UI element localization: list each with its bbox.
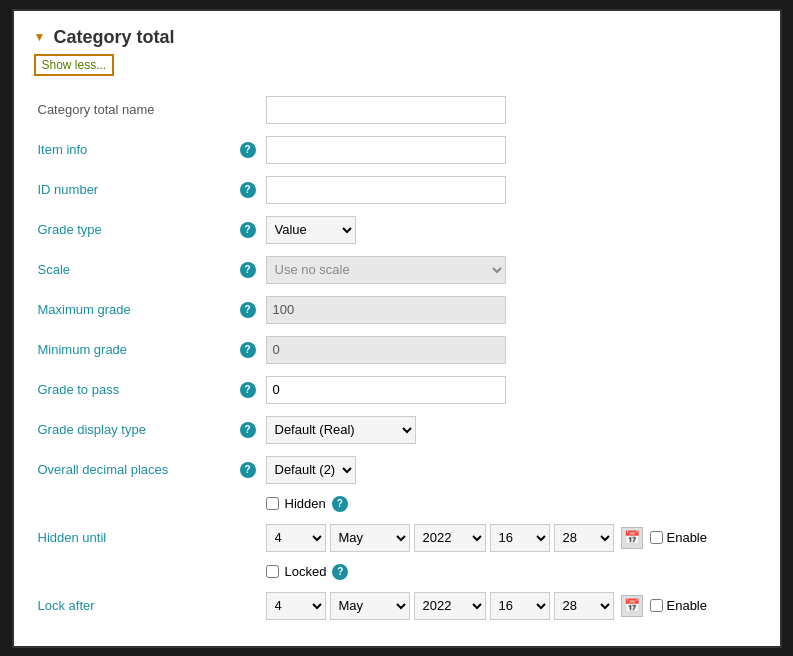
lock-after-enable-label: Enable [667,598,707,613]
grade-display-type-help-icon[interactable]: ? [240,422,256,438]
locked-checkbox-row: Locked ? [34,558,760,586]
category-total-name-input[interactable] [266,96,506,124]
id-number-row: ID number ? [34,170,760,210]
hidden-help-icon[interactable]: ? [332,496,348,512]
category-total-name-input-cell [262,90,760,130]
maximum-grade-label: Maximum grade [34,290,234,330]
hidden-checkbox-text: Hidden [285,496,326,511]
hidden-until-enable-row: Enable [650,530,707,545]
id-number-input-cell [262,170,760,210]
hidden-checkbox-help-empty [234,490,262,518]
lock-after-input-cell: 4 May 2022 16 28 [262,586,760,626]
locked-checkbox-text: Locked [285,564,327,579]
id-number-help-icon[interactable]: ? [240,182,256,198]
hidden-until-input-cell: 4 May 2022 16 28 [262,518,760,558]
minimum-grade-input-cell [262,330,760,370]
hidden-checkbox-container: Hidden ? [266,496,756,512]
hidden-checkbox-row: Hidden ? [34,490,760,518]
scale-help-icon[interactable]: ? [240,262,256,278]
lock-after-label: Lock after [34,586,234,626]
overall-decimal-places-row: Overall decimal places ? Default (2) 0 1… [34,450,760,490]
scale-select[interactable]: Use no scale [266,256,506,284]
minimum-grade-row: Minimum grade ? [34,330,760,370]
lock-after-month[interactable]: May [330,592,410,620]
item-info-input[interactable] [266,136,506,164]
overall-decimal-places-help-icon[interactable]: ? [240,462,256,478]
section-header: ▼ Category total [34,27,760,48]
id-number-label: ID number [34,170,234,210]
scale-row: Scale ? Use no scale [34,250,760,290]
lock-after-day[interactable]: 4 [266,592,326,620]
id-number-help-cell: ? [234,170,262,210]
hidden-until-day[interactable]: 4 [266,524,326,552]
hidden-until-calendar-icon[interactable]: 📅 [621,527,643,549]
grade-to-pass-help-icon[interactable]: ? [240,382,256,398]
hidden-until-help-cell [234,518,262,558]
maximum-grade-help-cell: ? [234,290,262,330]
grade-type-input-cell: Value Scale Text None [262,210,760,250]
hidden-until-month[interactable]: May [330,524,410,552]
id-number-input[interactable] [266,176,506,204]
category-total-name-label: Category total name [34,90,234,130]
hidden-until-minute[interactable]: 28 [554,524,614,552]
grade-type-row: Grade type ? Value Scale Text None [34,210,760,250]
lock-after-minute[interactable]: 28 [554,592,614,620]
lock-after-calendar-icon[interactable]: 📅 [621,595,643,617]
lock-after-enable-checkbox[interactable] [650,599,663,612]
hidden-checkbox-label-empty [34,490,234,518]
overall-decimal-places-select[interactable]: Default (2) 0 1 2 3 4 5 [266,456,356,484]
show-less-container: Show less... [34,54,760,90]
item-info-input-cell [262,130,760,170]
maximum-grade-help-icon[interactable]: ? [240,302,256,318]
grade-type-help-icon[interactable]: ? [240,222,256,238]
lock-after-datetime: 4 May 2022 16 28 [266,592,756,620]
locked-checkbox-label-empty [34,558,234,586]
lock-after-year[interactable]: 2022 [414,592,486,620]
grade-display-type-label: Grade display type [34,410,234,450]
scale-input-cell: Use no scale [262,250,760,290]
grade-to-pass-input-cell [262,370,760,410]
category-total-name-help-cell [234,90,262,130]
locked-checkbox-input-cell: Locked ? [262,558,760,586]
minimum-grade-label: Minimum grade [34,330,234,370]
category-total-name-row: Category total name [34,90,760,130]
grade-to-pass-row: Grade to pass ? [34,370,760,410]
locked-checkbox-help-empty [234,558,262,586]
lock-after-enable-row: Enable [650,598,707,613]
maximum-grade-input[interactable] [266,296,506,324]
hidden-checkbox[interactable] [266,497,279,510]
hidden-until-hour[interactable]: 16 [490,524,550,552]
overall-decimal-places-help-cell: ? [234,450,262,490]
overall-decimal-places-label: Overall decimal places [34,450,234,490]
show-less-button[interactable]: Show less... [34,54,115,76]
scale-help-cell: ? [234,250,262,290]
grade-to-pass-input[interactable] [266,376,506,404]
hidden-until-enable-checkbox[interactable] [650,531,663,544]
grade-type-label: Grade type [34,210,234,250]
item-info-help-icon[interactable]: ? [240,142,256,158]
locked-checkbox[interactable] [266,565,279,578]
hidden-until-enable-label: Enable [667,530,707,545]
lock-after-help-cell [234,586,262,626]
grade-display-type-select[interactable]: Default (Real) Real Percentage Letter [266,416,416,444]
hidden-until-label: Hidden until [34,518,234,558]
grade-type-select[interactable]: Value Scale Text None [266,216,356,244]
hidden-until-year[interactable]: 2022 [414,524,486,552]
collapse-icon[interactable]: ▼ [34,30,46,44]
minimum-grade-input[interactable] [266,336,506,364]
hidden-until-row: Hidden until 4 May 2022 [34,518,760,558]
hidden-checkbox-input-cell: Hidden ? [262,490,760,518]
item-info-row: Item info ? [34,130,760,170]
locked-help-icon[interactable]: ? [332,564,348,580]
lock-after-hour[interactable]: 16 [490,592,550,620]
hidden-until-datetime: 4 May 2022 16 28 [266,524,756,552]
main-window: ▼ Category total Show less... Category t… [12,9,782,648]
grade-display-type-help-cell: ? [234,410,262,450]
overall-decimal-places-input-cell: Default (2) 0 1 2 3 4 5 [262,450,760,490]
minimum-grade-help-cell: ? [234,330,262,370]
minimum-grade-help-icon[interactable]: ? [240,342,256,358]
locked-checkbox-container: Locked ? [266,564,756,580]
item-info-help-cell: ? [234,130,262,170]
scale-label: Scale [34,250,234,290]
section-title: Category total [53,27,174,48]
